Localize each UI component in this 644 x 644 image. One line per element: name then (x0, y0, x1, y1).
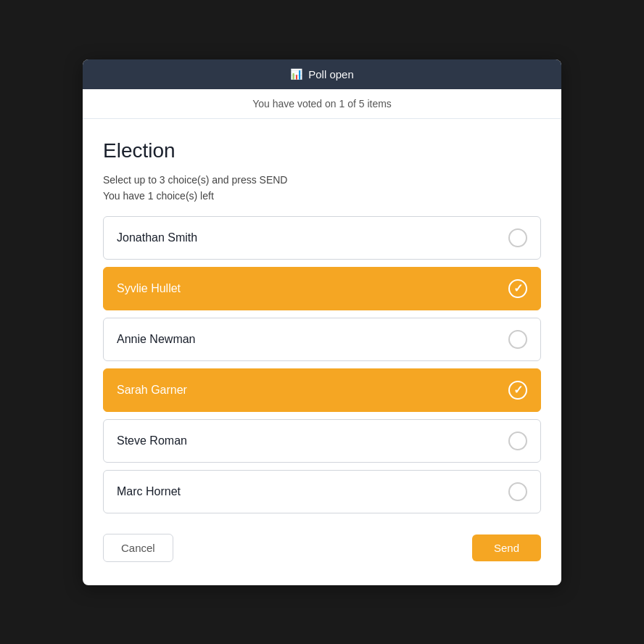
choice-radio-marc-hornet (508, 482, 527, 501)
choice-radio-sarah-garner: ✓ (508, 381, 527, 400)
cancel-button[interactable]: Cancel (103, 534, 173, 562)
modal-container: 📊 Poll open You have voted on 1 of 5 ite… (83, 59, 561, 585)
choice-radio-annie-newman (508, 330, 527, 349)
vote-status-text: You have voted on 1 of 5 items (252, 98, 392, 110)
choice-label-steve-roman: Steve Roman (117, 434, 187, 447)
actions: Cancel Send (103, 534, 541, 562)
choice-label-sarah-garner: Sarah Garner (117, 384, 187, 397)
poll-instruction: Select up to 3 choice(s) and press SEND (103, 174, 541, 186)
check-icon: ✓ (513, 281, 523, 295)
choice-label-marc-hornet: Marc Hornet (117, 485, 181, 498)
choice-item-annie-newman[interactable]: Annie Newman (103, 318, 541, 361)
choice-label-syvlie-hullet: Syvlie Hullet (117, 282, 181, 295)
choice-radio-steve-roman (508, 432, 527, 450)
poll-choices-left: You have 1 choice(s) left (103, 190, 541, 202)
choice-item-marc-hornet[interactable]: Marc Hornet (103, 470, 541, 513)
choice-item-syvlie-hullet[interactable]: Syvlie Hullet✓ (103, 267, 541, 310)
choice-radio-jonathan-smith (508, 228, 527, 247)
poll-title: Election (103, 139, 541, 162)
choice-label-annie-newman: Annie Newman (117, 333, 196, 346)
poll-icon: 📊 (290, 68, 302, 80)
check-icon: ✓ (513, 383, 523, 397)
choices-list: Jonathan SmithSyvlie Hullet✓Annie Newman… (103, 216, 541, 513)
poll-header-label: Poll open (308, 68, 354, 80)
send-button[interactable]: Send (472, 534, 541, 561)
choice-radio-syvlie-hullet: ✓ (508, 279, 527, 298)
vote-status: You have voted on 1 of 5 items (83, 89, 561, 119)
poll-body: Election Select up to 3 choice(s) and pr… (83, 119, 561, 585)
choice-label-jonathan-smith: Jonathan Smith (117, 231, 197, 244)
choice-item-steve-roman[interactable]: Steve Roman (103, 419, 541, 463)
choice-item-jonathan-smith[interactable]: Jonathan Smith (103, 216, 541, 260)
choice-item-sarah-garner[interactable]: Sarah Garner✓ (103, 368, 541, 412)
poll-header: 📊 Poll open (83, 59, 561, 89)
